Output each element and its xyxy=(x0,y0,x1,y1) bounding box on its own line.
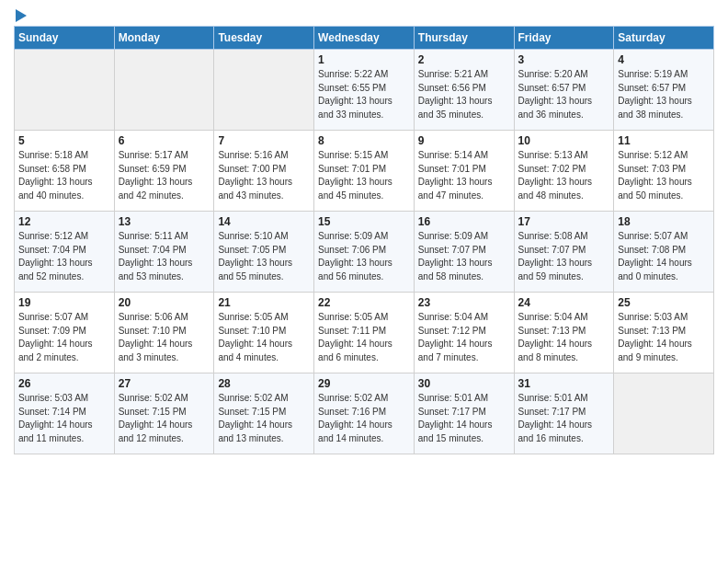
cell-content: Sunrise: 5:16 AM Sunset: 7:00 PM Dayligh… xyxy=(218,149,310,202)
week-row-4: 19Sunrise: 5:07 AM Sunset: 7:09 PM Dayli… xyxy=(15,293,714,373)
cell-content: Sunrise: 5:02 AM Sunset: 7:15 PM Dayligh… xyxy=(119,392,210,445)
calendar-cell: 21Sunrise: 5:05 AM Sunset: 7:10 PM Dayli… xyxy=(214,293,314,373)
cell-content: Sunrise: 5:07 AM Sunset: 7:09 PM Dayligh… xyxy=(18,311,110,364)
day-number: 28 xyxy=(218,377,310,390)
day-number: 17 xyxy=(518,215,610,228)
cell-content: Sunrise: 5:12 AM Sunset: 7:03 PM Dayligh… xyxy=(618,149,710,202)
cell-content: Sunrise: 5:04 AM Sunset: 7:13 PM Dayligh… xyxy=(518,311,610,364)
week-row-2: 5Sunrise: 5:18 AM Sunset: 6:58 PM Daylig… xyxy=(15,131,714,212)
header-row: SundayMondayTuesdayWednesdayThursdayFrid… xyxy=(15,27,714,50)
calendar-cell: 7Sunrise: 5:16 AM Sunset: 7:00 PM Daylig… xyxy=(214,131,314,212)
logo-arrow xyxy=(16,9,27,22)
calendar-cell: 4Sunrise: 5:19 AM Sunset: 6:57 PM Daylig… xyxy=(614,50,714,131)
calendar-cell: 14Sunrise: 5:10 AM Sunset: 7:05 PM Dayli… xyxy=(214,212,314,293)
day-number: 18 xyxy=(618,215,710,228)
cell-content: Sunrise: 5:21 AM Sunset: 6:56 PM Dayligh… xyxy=(418,68,510,121)
calendar-cell: 8Sunrise: 5:15 AM Sunset: 7:01 PM Daylig… xyxy=(314,131,415,212)
week-row-1: 1Sunrise: 5:22 AM Sunset: 6:55 PM Daylig… xyxy=(15,50,714,131)
day-number: 2 xyxy=(418,53,510,66)
day-number: 27 xyxy=(119,377,210,390)
day-number: 26 xyxy=(18,377,110,390)
day-number: 10 xyxy=(518,134,610,147)
col-header-friday: Friday xyxy=(514,27,614,50)
calendar-cell: 3Sunrise: 5:20 AM Sunset: 6:57 PM Daylig… xyxy=(514,50,614,131)
day-number: 11 xyxy=(618,134,710,147)
calendar-cell: 6Sunrise: 5:17 AM Sunset: 6:59 PM Daylig… xyxy=(114,131,214,212)
calendar-cell: 2Sunrise: 5:21 AM Sunset: 6:56 PM Daylig… xyxy=(414,50,514,131)
logo xyxy=(14,9,28,18)
calendar-cell: 24Sunrise: 5:04 AM Sunset: 7:13 PM Dayli… xyxy=(514,293,614,373)
day-number: 7 xyxy=(218,134,310,147)
day-number: 6 xyxy=(119,134,210,147)
calendar-cell: 12Sunrise: 5:12 AM Sunset: 7:04 PM Dayli… xyxy=(15,212,115,293)
day-number: 22 xyxy=(318,296,410,309)
col-header-thursday: Thursday xyxy=(414,27,514,50)
cell-content: Sunrise: 5:15 AM Sunset: 7:01 PM Dayligh… xyxy=(318,149,410,202)
day-number: 16 xyxy=(418,215,510,228)
cell-content: Sunrise: 5:13 AM Sunset: 7:02 PM Dayligh… xyxy=(518,149,610,202)
col-header-wednesday: Wednesday xyxy=(314,27,415,50)
calendar-cell: 27Sunrise: 5:02 AM Sunset: 7:15 PM Dayli… xyxy=(114,373,214,454)
cell-content: Sunrise: 5:02 AM Sunset: 7:15 PM Dayligh… xyxy=(218,392,310,445)
cell-content: Sunrise: 5:11 AM Sunset: 7:04 PM Dayligh… xyxy=(119,230,210,283)
cell-content: Sunrise: 5:22 AM Sunset: 6:55 PM Dayligh… xyxy=(318,68,410,121)
week-row-5: 26Sunrise: 5:03 AM Sunset: 7:14 PM Dayli… xyxy=(15,373,714,454)
calendar-cell: 31Sunrise: 5:01 AM Sunset: 7:17 PM Dayli… xyxy=(514,373,614,454)
day-number: 31 xyxy=(518,377,610,390)
cell-content: Sunrise: 5:17 AM Sunset: 6:59 PM Dayligh… xyxy=(119,149,210,202)
day-number: 5 xyxy=(18,134,110,147)
cell-content: Sunrise: 5:04 AM Sunset: 7:12 PM Dayligh… xyxy=(418,311,510,364)
day-number: 12 xyxy=(18,215,110,228)
cell-content: Sunrise: 5:02 AM Sunset: 7:16 PM Dayligh… xyxy=(318,392,410,445)
day-number: 25 xyxy=(618,296,710,309)
calendar-cell: 17Sunrise: 5:08 AM Sunset: 7:07 PM Dayli… xyxy=(514,212,614,293)
calendar-table: SundayMondayTuesdayWednesdayThursdayFrid… xyxy=(14,26,714,454)
calendar-cell: 18Sunrise: 5:07 AM Sunset: 7:08 PM Dayli… xyxy=(614,212,714,293)
calendar-cell xyxy=(614,373,714,454)
calendar-cell: 13Sunrise: 5:11 AM Sunset: 7:04 PM Dayli… xyxy=(114,212,214,293)
col-header-monday: Monday xyxy=(114,27,214,50)
day-number: 14 xyxy=(218,215,310,228)
cell-content: Sunrise: 5:07 AM Sunset: 7:08 PM Dayligh… xyxy=(618,230,710,283)
calendar-cell: 25Sunrise: 5:03 AM Sunset: 7:13 PM Dayli… xyxy=(614,293,714,373)
calendar-cell: 5Sunrise: 5:18 AM Sunset: 6:58 PM Daylig… xyxy=(15,131,115,212)
cell-content: Sunrise: 5:05 AM Sunset: 7:11 PM Dayligh… xyxy=(318,311,410,364)
calendar-cell: 29Sunrise: 5:02 AM Sunset: 7:16 PM Dayli… xyxy=(314,373,415,454)
cell-content: Sunrise: 5:09 AM Sunset: 7:07 PM Dayligh… xyxy=(418,230,510,283)
calendar-cell: 30Sunrise: 5:01 AM Sunset: 7:17 PM Dayli… xyxy=(414,373,514,454)
cell-content: Sunrise: 5:03 AM Sunset: 7:14 PM Dayligh… xyxy=(18,392,110,445)
calendar-cell: 28Sunrise: 5:02 AM Sunset: 7:15 PM Dayli… xyxy=(214,373,314,454)
day-number: 8 xyxy=(318,134,410,147)
cell-content: Sunrise: 5:20 AM Sunset: 6:57 PM Dayligh… xyxy=(518,68,610,121)
cell-content: Sunrise: 5:03 AM Sunset: 7:13 PM Dayligh… xyxy=(618,311,710,364)
day-number: 23 xyxy=(418,296,510,309)
day-number: 4 xyxy=(618,53,710,66)
cell-content: Sunrise: 5:18 AM Sunset: 6:58 PM Dayligh… xyxy=(18,149,110,202)
day-number: 13 xyxy=(119,215,210,228)
col-header-tuesday: Tuesday xyxy=(214,27,314,50)
col-header-sunday: Sunday xyxy=(15,27,115,50)
day-number: 29 xyxy=(318,377,410,390)
cell-content: Sunrise: 5:09 AM Sunset: 7:06 PM Dayligh… xyxy=(318,230,410,283)
calendar-cell: 19Sunrise: 5:07 AM Sunset: 7:09 PM Dayli… xyxy=(15,293,115,373)
cell-content: Sunrise: 5:10 AM Sunset: 7:05 PM Dayligh… xyxy=(218,230,310,283)
calendar-cell: 20Sunrise: 5:06 AM Sunset: 7:10 PM Dayli… xyxy=(114,293,214,373)
day-number: 19 xyxy=(18,296,110,309)
calendar-cell: 15Sunrise: 5:09 AM Sunset: 7:06 PM Dayli… xyxy=(314,212,415,293)
calendar-cell: 16Sunrise: 5:09 AM Sunset: 7:07 PM Dayli… xyxy=(414,212,514,293)
cell-content: Sunrise: 5:06 AM Sunset: 7:10 PM Dayligh… xyxy=(119,311,210,364)
page-header xyxy=(14,9,714,18)
day-number: 1 xyxy=(318,53,410,66)
cell-content: Sunrise: 5:08 AM Sunset: 7:07 PM Dayligh… xyxy=(518,230,610,283)
calendar-cell: 10Sunrise: 5:13 AM Sunset: 7:02 PM Dayli… xyxy=(514,131,614,212)
calendar-cell xyxy=(114,50,214,131)
calendar-cell: 23Sunrise: 5:04 AM Sunset: 7:12 PM Dayli… xyxy=(414,293,514,373)
calendar-cell: 1Sunrise: 5:22 AM Sunset: 6:55 PM Daylig… xyxy=(314,50,415,131)
cell-content: Sunrise: 5:01 AM Sunset: 7:17 PM Dayligh… xyxy=(418,392,510,445)
cell-content: Sunrise: 5:05 AM Sunset: 7:10 PM Dayligh… xyxy=(218,311,310,364)
cell-content: Sunrise: 5:01 AM Sunset: 7:17 PM Dayligh… xyxy=(518,392,610,445)
calendar-cell: 9Sunrise: 5:14 AM Sunset: 7:01 PM Daylig… xyxy=(414,131,514,212)
cell-content: Sunrise: 5:19 AM Sunset: 6:57 PM Dayligh… xyxy=(618,68,710,121)
calendar-cell xyxy=(214,50,314,131)
calendar-cell: 11Sunrise: 5:12 AM Sunset: 7:03 PM Dayli… xyxy=(614,131,714,212)
